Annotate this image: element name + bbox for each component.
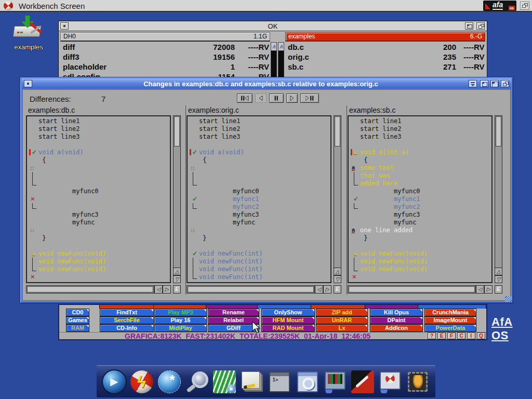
scroll-left-icon[interactable] <box>154 285 163 294</box>
magnifier-icon[interactable] <box>185 370 208 393</box>
toolbar-button-rename[interactable]: Rename <box>208 309 259 316</box>
file-row[interactable]: db.c200----RV <box>285 42 485 52</box>
scroll-right-icon[interactable] <box>323 285 331 294</box>
edit-button[interactable]: E <box>495 285 502 294</box>
horizontal-scrollbar[interactable] <box>348 285 476 294</box>
scroll-up-icon[interactable] <box>278 42 284 51</box>
scroll-left-icon[interactable] <box>476 285 484 294</box>
file-row[interactable]: diff72008----RV <box>60 42 270 52</box>
edit-button[interactable]: E <box>173 285 181 294</box>
L-marker <box>28 265 38 273</box>
striped-play-icon[interactable] <box>213 370 236 393</box>
zoom-small-gadget[interactable] <box>480 80 488 87</box>
scroll-right-icon[interactable] <box>484 285 493 294</box>
file-row[interactable]: diff319156----RV <box>60 52 270 62</box>
toolbar-button-serchfile[interactable]: SerchFile <box>100 316 154 324</box>
tri-marker: ▲ <box>350 250 360 258</box>
workbench-monitor-icon[interactable] <box>379 370 402 393</box>
horizontal-scrollbar[interactable] <box>187 285 315 294</box>
left-pane-header[interactable]: DH0 1.1G <box>60 32 270 42</box>
toolbar-button-findtxt[interactable]: FindTxt <box>100 309 154 316</box>
status-button-c[interactable]: C <box>457 332 466 339</box>
status-button-f[interactable]: F <box>447 332 456 339</box>
scroll-up-icon[interactable] <box>495 268 502 275</box>
scroll-up-icon[interactable] <box>173 268 181 275</box>
file-row[interactable]: orig.c235----RV <box>285 52 485 62</box>
scrollbar-thumb[interactable] <box>335 116 340 147</box>
toolbar-button-cd0[interactable]: CD0 <box>66 309 89 316</box>
media-player-icon[interactable] <box>103 370 126 393</box>
code-view[interactable]: start line1start line2start line3✓void a… <box>187 115 331 283</box>
depth-gadget[interactable] <box>476 22 485 30</box>
zoom-gadget[interactable] <box>490 80 499 87</box>
toolbar-button-cd-info[interactable]: CD-Info <box>100 324 154 332</box>
toolbar-button-midiplay[interactable]: MidiPlay <box>154 324 207 332</box>
status-button-e[interactable]: E <box>437 332 446 339</box>
file-row[interactable]: sb.c271----RV <box>285 62 485 72</box>
toolbar-button-kill-opus[interactable]: Kill Opus <box>370 309 423 316</box>
vertical-scrollbar[interactable] <box>334 115 341 283</box>
toolbar-button-play-16[interactable]: Play 16 <box>154 316 207 324</box>
toolbar-button-dpaint[interactable]: DPaint <box>370 316 423 324</box>
right-pane-header[interactable]: examples 6.-G <box>285 32 485 42</box>
boing-lightning-icon[interactable] <box>130 370 153 393</box>
search-window-icon[interactable] <box>296 370 319 393</box>
scroll-up-icon[interactable] <box>334 268 341 275</box>
current-diff-button[interactable] <box>269 94 284 103</box>
status-button-i[interactable]: I <box>467 332 475 339</box>
scroll-down-icon[interactable] <box>495 275 502 283</box>
scrollbar-thumb[interactable] <box>27 286 153 292</box>
status-button-q[interactable]: Q <box>477 332 485 339</box>
toolbar-button-imagemount[interactable]: ImageMount <box>424 316 476 324</box>
scrollbar-thumb[interactable] <box>174 116 180 147</box>
scrollbar-thumb[interactable] <box>496 116 501 147</box>
prev-diff-button[interactable] <box>255 94 267 103</box>
edit-button[interactable]: E <box>334 285 341 294</box>
file-row[interactable]: placeholder1----RV <box>60 62 270 72</box>
toolbar-button-ram[interactable]: RAM <box>66 324 89 332</box>
memory-chip-icon[interactable] <box>406 370 429 393</box>
code-view[interactable]: start line1start line2start line3✓void a… <box>26 115 171 283</box>
close-gadget[interactable] <box>24 80 32 87</box>
depth-gadget[interactable] <box>501 80 509 87</box>
next-diff-button[interactable] <box>286 94 298 103</box>
globe-icon[interactable] <box>158 370 181 393</box>
resize-gadget[interactable] <box>505 296 512 302</box>
scrollbar-thumb[interactable] <box>349 286 475 292</box>
toolbar-button-play-mp3[interactable]: Play MP3 <box>154 309 207 316</box>
toolbar-button-unrar[interactable]: UnRAR <box>316 316 368 324</box>
examples-drawer-icon[interactable]: examples <box>6 16 51 52</box>
scroll-left-icon[interactable] <box>315 285 323 294</box>
toolbar-button-crunchmania[interactable]: CrunchMania <box>424 309 476 316</box>
vertical-scrollbar[interactable] <box>173 115 181 283</box>
paint-bird-icon[interactable] <box>351 370 374 393</box>
scroll-down-icon[interactable] <box>173 275 181 283</box>
screen-depth-gadget[interactable] <box>520 2 529 10</box>
code-view[interactable]: start line1start line2start line3▲void a… <box>348 115 493 283</box>
first-diff-button[interactable] <box>237 94 252 103</box>
vertical-scrollbar[interactable] <box>495 115 502 283</box>
scroll-up-icon[interactable] <box>271 42 277 51</box>
scrollbar-thumb[interactable] <box>188 286 314 292</box>
toolbar-button-games[interactable]: Games <box>66 316 89 324</box>
toolbar-button-powerdata[interactable]: PowerData <box>424 324 476 332</box>
iconify-gadget[interactable] <box>469 80 477 87</box>
toolbar-button-onlyshow[interactable]: OnlyShow <box>261 309 315 316</box>
last-diff-button[interactable] <box>300 94 319 103</box>
shell-icon[interactable] <box>268 370 291 393</box>
scroll-down-icon[interactable] <box>334 275 341 283</box>
toolbar-button-addicon[interactable]: AddIcon <box>370 324 423 332</box>
status-button-?[interactable]: ? <box>428 332 436 339</box>
notepad-icon[interactable] <box>241 370 263 393</box>
toolbar-button-rad-mount[interactable]: RAD Mount <box>261 324 315 332</box>
toolbar-button-lx[interactable]: Lx <box>316 324 368 332</box>
monitor-settings-icon[interactable] <box>324 370 347 393</box>
zoom-gadget[interactable] <box>465 22 473 30</box>
file-window-titlebar[interactable]: OK <box>59 21 487 31</box>
screen-title-bar[interactable]: Workbench Screen afa os <box>0 0 532 12</box>
scroll-right-icon[interactable] <box>163 285 171 294</box>
toolbar-button-zip-add[interactable]: ZIP add <box>316 309 368 316</box>
diff-window-titlebar[interactable]: Changes in examples:db.c and examples:sb… <box>22 78 511 89</box>
horizontal-scrollbar[interactable] <box>26 285 154 294</box>
toolbar-button-hfm-mount[interactable]: HFM Mount <box>261 316 315 324</box>
